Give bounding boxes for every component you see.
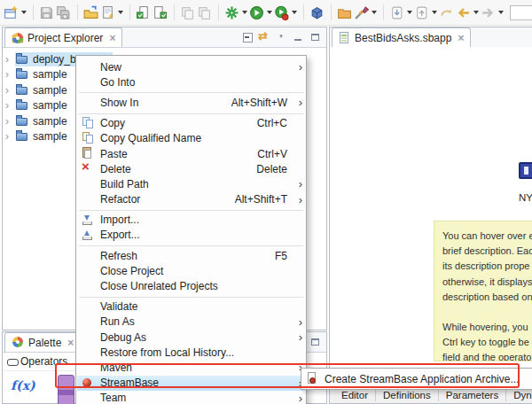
context-menu-item[interactable]: Show In Alt+Shift+W xyxy=(77,95,305,110)
debug-dropdown-icon[interactable] xyxy=(240,4,248,21)
collapse-all-icon[interactable] xyxy=(241,30,256,44)
copy-disabled-icon[interactable] xyxy=(179,4,196,21)
menu-item-shortcut: Ctrl+C xyxy=(257,117,295,129)
context-menu-item[interactable]: Refactor Alt+Shift+T xyxy=(77,192,305,207)
format-brush-dropdown-icon[interactable] xyxy=(370,4,378,21)
tab-project-explorer[interactable]: Project Explorer xyxy=(4,27,122,47)
paste-disabled-icon[interactable] xyxy=(196,4,213,21)
run-application-icon[interactable] xyxy=(248,4,265,21)
context-menu-item[interactable] xyxy=(77,207,305,213)
context-menu-item[interactable]: Copy Ctrl+C xyxy=(77,116,305,131)
maximize-icon[interactable] xyxy=(309,30,324,44)
context-menu-item[interactable] xyxy=(77,111,305,116)
context-menu-item[interactable]: Run As xyxy=(77,315,305,330)
context-menu-item[interactable] xyxy=(77,294,305,299)
maximize-icon[interactable] xyxy=(309,335,324,349)
new-wizard-dropdown-icon[interactable] xyxy=(20,4,27,21)
sbapp-file-icon xyxy=(339,31,351,44)
typecheck-icon[interactable] xyxy=(135,4,152,21)
context-menu-item[interactable]: Build Path xyxy=(77,176,305,191)
chevron-right-icon[interactable] xyxy=(5,131,15,142)
typecheck-project-icon[interactable] xyxy=(152,4,168,21)
context-menu-item[interactable]: Team xyxy=(77,391,305,404)
context-menu-item[interactable]: Refresh F5 xyxy=(77,248,305,263)
debug-fragment-icon[interactable] xyxy=(223,4,240,21)
context-menu-item[interactable]: Close Project xyxy=(77,263,305,278)
menu-item-label: Export... xyxy=(100,229,140,241)
editor-bottom-tab[interactable]: Parameters xyxy=(439,390,506,401)
editor-canvas[interactable]: NY You can hover over ebrief description… xyxy=(330,47,532,388)
new-project-icon[interactable] xyxy=(309,4,325,21)
menu-item-icon xyxy=(81,280,96,293)
submenu-arrow-icon xyxy=(295,178,302,190)
chevron-right-icon[interactable] xyxy=(5,100,15,111)
menu-item-icon xyxy=(81,162,96,175)
menu-item-icon xyxy=(81,193,96,206)
context-menu-item[interactable]: Validate xyxy=(77,299,305,315)
toolbar-separator xyxy=(124,4,130,20)
chevron-right-icon[interactable] xyxy=(5,116,15,127)
back-dropdown-icon[interactable] xyxy=(472,4,480,21)
new-application-icon[interactable] xyxy=(99,4,116,21)
context-menu-item[interactable]: Restore from Local History... xyxy=(77,345,305,360)
open-command-icon[interactable] xyxy=(82,4,99,21)
chevron-right-icon[interactable] xyxy=(5,54,15,65)
next-annotation-dropdown-icon[interactable] xyxy=(405,4,413,21)
menu-item-icon xyxy=(81,132,96,145)
context-menu-item[interactable]: Go Into xyxy=(77,74,305,89)
minimize-icon[interactable] xyxy=(292,30,307,44)
undo-icon[interactable] xyxy=(438,4,455,21)
context-menu-item[interactable]: Close Unrelated Projects xyxy=(77,278,305,293)
editor-bottom-tab[interactable]: Definitions xyxy=(376,390,439,401)
tab-bestbidsasks[interactable]: BestBidsAsks.sbapp xyxy=(332,27,471,47)
forward-dropdown-icon[interactable] xyxy=(497,4,505,21)
new-wizard-icon[interactable] xyxy=(3,4,20,21)
open-folder-icon[interactable] xyxy=(336,4,353,21)
context-menu-item[interactable]: Debug As xyxy=(77,330,305,345)
palette-item-operator-icon[interactable] xyxy=(58,375,74,404)
close-icon[interactable] xyxy=(67,337,74,349)
menu-item-icon xyxy=(81,377,96,390)
context-menu-item[interactable] xyxy=(77,89,305,95)
quick-access-box[interactable] xyxy=(510,5,532,20)
context-menu: New Go Into Show In Alt+Shift+W xyxy=(75,55,307,404)
context-menu-item[interactable]: Copy Qualified Name xyxy=(77,131,305,146)
run-dropdown-icon[interactable] xyxy=(265,4,273,21)
editor-bottom-tab[interactable]: Editor xyxy=(334,390,376,401)
editor-bottom-tab[interactable]: Dynamic V xyxy=(506,390,532,401)
format-brush-icon[interactable] xyxy=(353,4,370,21)
previous-annotation-dropdown-icon[interactable] xyxy=(430,4,438,21)
close-icon[interactable] xyxy=(458,32,464,44)
context-menu-item[interactable]: Paste Ctrl+V xyxy=(77,146,305,161)
context-menu-item[interactable]: Export... xyxy=(77,228,305,243)
tab-palette[interactable]: Palette xyxy=(4,332,81,352)
chevron-right-icon[interactable] xyxy=(5,69,15,80)
submenu-item[interactable]: Create StreamBase Application Archive... xyxy=(301,370,532,387)
view-menu-icon[interactable] xyxy=(275,30,290,44)
trace-run-dropdown-icon[interactable] xyxy=(290,4,298,21)
context-menu-item[interactable]: StreamBase xyxy=(77,376,305,391)
context-menu-item[interactable]: Maven xyxy=(77,360,305,375)
toolbar-separator xyxy=(325,4,332,20)
context-menu-item[interactable]: Import... xyxy=(77,213,305,228)
forward-icon[interactable] xyxy=(480,4,497,21)
trace-run-icon[interactable] xyxy=(273,4,290,21)
palette-item-fx[interactable]: f(x) xyxy=(11,378,35,392)
next-annotation-icon[interactable] xyxy=(388,4,405,21)
input-stream-component[interactable] xyxy=(519,162,532,179)
close-icon[interactable] xyxy=(109,32,115,44)
link-with-editor-icon[interactable] xyxy=(258,30,273,44)
project-name: sample xyxy=(30,99,67,112)
menu-item-label: Build Path xyxy=(100,178,149,190)
editor-header: BestBidsAsks.sbapp xyxy=(330,27,532,48)
back-icon[interactable] xyxy=(455,4,472,21)
editor-panel: BestBidsAsks.sbapp NY You can hover over… xyxy=(329,27,532,404)
save-icon[interactable] xyxy=(38,4,55,21)
previous-annotation-icon[interactable] xyxy=(413,4,430,21)
context-menu-item[interactable]: New xyxy=(77,59,305,74)
context-menu-item[interactable]: Delete Delete xyxy=(77,161,305,176)
context-menu-item[interactable] xyxy=(77,243,305,248)
new-application-dropdown-icon[interactable] xyxy=(116,4,124,21)
save-all-icon[interactable] xyxy=(55,4,72,21)
chevron-right-icon[interactable] xyxy=(5,85,15,96)
